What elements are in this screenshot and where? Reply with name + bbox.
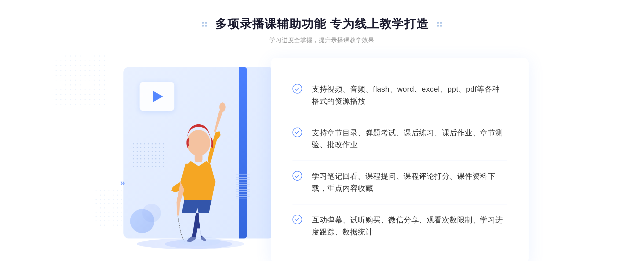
illustration-container: »	[115, 67, 282, 255]
check-icon-2	[292, 128, 302, 137]
header-section: 多项录播课辅助功能 专为线上教学打造 学习进度全掌握，提升录播课教学效果	[199, 16, 445, 44]
feature-item-2: 支持章节目录、弹题考试、课后练习、课后作业、章节测验、批改作业	[292, 117, 507, 161]
svg-point-3	[219, 102, 225, 112]
feature-item-4: 互动弹幕、试听购买、微信分享、观看次数限制、学习进度跟踪、数据统计	[292, 204, 507, 248]
figure-illustration	[153, 88, 244, 249]
header-subtitle: 学习进度全掌握，提升录播课教学效果	[199, 36, 445, 44]
svg-point-2	[187, 130, 210, 156]
title-text: 多项录播课辅助功能 专为线上教学打造	[215, 16, 429, 32]
title-decorator-left	[202, 22, 207, 27]
check-icon-3	[292, 171, 302, 181]
check-icon-1	[292, 84, 302, 94]
feature-text-4: 互动弹幕、试听购买、微信分享、观看次数限制、学习进度跟踪、数据统计	[312, 214, 507, 238]
page-title: 多项录播课辅助功能 专为线上教学打造	[199, 16, 445, 32]
feature-item-3: 学习笔记回看、课程提问、课程评论打分、课件资料下载，重点内容收藏	[292, 161, 507, 204]
features-panel: 支持视频、音频、flash、word、excel、ppt、pdf等各种格式的资源…	[271, 58, 529, 261]
page-container: 多项录播课辅助功能 专为线上教学打造 学习进度全掌握，提升录播课教学效果	[0, 0, 644, 261]
feature-item-1: 支持视频、音频、flash、word、excel、ppt、pdf等各种格式的资源…	[292, 74, 507, 117]
main-content: » 支持视频、音频、flash、word、excel、ppt、pdf等各种格式的…	[107, 58, 537, 261]
bg-dots-top-left	[54, 54, 107, 107]
check-icon-4	[292, 215, 302, 224]
arrow-left-icon: »	[120, 178, 125, 188]
feature-text-3: 学习笔记回看、课程提问、课程评论打分、课件资料下载，重点内容收藏	[312, 170, 507, 195]
svg-point-4	[179, 237, 221, 246]
feature-text-1: 支持视频、音频、flash、word、excel、ppt、pdf等各种格式的资源…	[312, 83, 507, 107]
feature-text-2: 支持章节目录、弹题考试、课后练习、课后作业、章节测验、批改作业	[312, 127, 507, 151]
title-decorator-right	[437, 22, 442, 27]
